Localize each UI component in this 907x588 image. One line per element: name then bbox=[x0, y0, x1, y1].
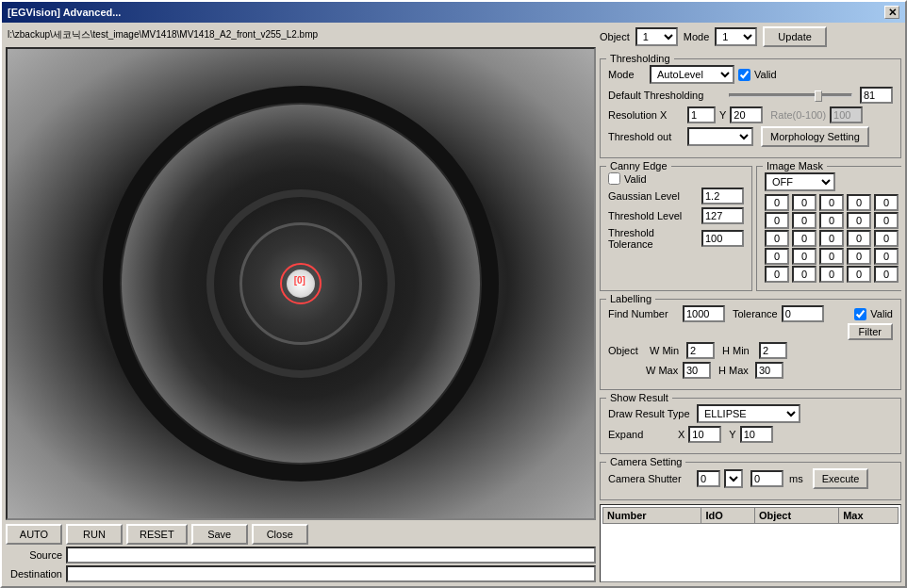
dest-input[interactable] bbox=[66, 565, 596, 582]
threshold-level-input[interactable] bbox=[701, 207, 744, 224]
mask-4-3[interactable] bbox=[847, 266, 871, 283]
morphology-button[interactable]: Morphology Setting bbox=[761, 126, 869, 147]
threshold-slider-track[interactable] bbox=[729, 93, 852, 97]
mask-1-4[interactable] bbox=[874, 212, 899, 229]
labelling-valid-checkbox[interactable] bbox=[854, 308, 866, 320]
mask-2-0[interactable] bbox=[765, 230, 789, 247]
mask-0-4[interactable] bbox=[874, 194, 899, 211]
save-button[interactable]: Save bbox=[191, 524, 248, 545]
tolerance-label: Tolerance bbox=[733, 308, 778, 319]
update-button[interactable]: Update bbox=[763, 26, 826, 47]
source-label: Source bbox=[6, 549, 62, 561]
mask-3-3[interactable] bbox=[847, 248, 871, 265]
draw-result-select[interactable]: ELLIPSE RECT bbox=[697, 404, 800, 423]
resolution-x-input[interactable] bbox=[687, 106, 716, 123]
object-select[interactable]: 1 bbox=[635, 27, 678, 46]
mask-4-0[interactable] bbox=[765, 266, 789, 283]
camera-shutter-label: Camera Shutter bbox=[608, 473, 693, 484]
image-mask-group: Image Mask OFF ON bbox=[756, 166, 901, 291]
col-ido: IdO bbox=[701, 508, 754, 524]
bottom-bar: AUTO RUN RESET Save Close Source Destina… bbox=[6, 524, 596, 582]
threshold-tolerance-input[interactable] bbox=[701, 230, 744, 247]
button-row: AUTO RUN RESET Save Close bbox=[6, 524, 596, 545]
mask-2-4[interactable] bbox=[874, 230, 899, 247]
h-max-input[interactable] bbox=[755, 362, 783, 379]
tolerance-input[interactable] bbox=[782, 305, 824, 322]
w-min-input[interactable] bbox=[686, 342, 715, 359]
expand-x-input[interactable] bbox=[688, 426, 721, 443]
mask-2-3[interactable] bbox=[847, 230, 871, 247]
camera-shutter-row: Camera Shutter ms Execute bbox=[608, 468, 893, 489]
source-row: Source bbox=[6, 547, 596, 564]
col-max: Max bbox=[839, 508, 899, 524]
shutter-value-input[interactable] bbox=[697, 470, 720, 487]
execute-button[interactable]: Execute bbox=[813, 468, 869, 489]
thresholding-mode-select[interactable]: AutoLevel Manual bbox=[650, 65, 734, 84]
mask-mode-select[interactable]: OFF ON bbox=[765, 172, 835, 191]
canny-edge-title: Canny Edge bbox=[606, 160, 671, 172]
threshold-out-row: Threshold out Morphology Setting bbox=[608, 126, 893, 147]
gaussian-label: Gaussian Level bbox=[608, 190, 698, 202]
mask-3-2[interactable] bbox=[819, 248, 844, 265]
w-max-label: W Max bbox=[646, 365, 679, 376]
threshold-value-input[interactable] bbox=[860, 87, 893, 104]
mask-1-0[interactable] bbox=[765, 212, 789, 229]
filter-button[interactable]: Filter bbox=[848, 323, 893, 340]
mask-3-0[interactable] bbox=[765, 248, 789, 265]
shutter-ms-input[interactable] bbox=[750, 470, 783, 487]
object-label: Object bbox=[600, 31, 630, 42]
gaussian-input[interactable] bbox=[701, 188, 744, 204]
h-max-label: H Max bbox=[718, 365, 751, 376]
mask-0-3[interactable] bbox=[847, 194, 871, 211]
camera-setting-title: Camera Setting bbox=[606, 456, 685, 467]
close-button[interactable]: ✕ bbox=[884, 6, 899, 19]
reset-button[interactable]: RESET bbox=[126, 524, 188, 545]
camera-image: [0] bbox=[8, 49, 594, 518]
rate-input[interactable] bbox=[830, 106, 863, 123]
canny-valid-label: Valid bbox=[624, 173, 647, 185]
mask-3-1[interactable] bbox=[792, 248, 816, 265]
shutter-select[interactable] bbox=[724, 469, 743, 488]
thresholding-valid-checkbox[interactable] bbox=[738, 69, 750, 81]
mask-3-4[interactable] bbox=[874, 248, 899, 265]
canny-valid-checkbox[interactable] bbox=[608, 172, 620, 185]
file-path: l:\zbackup\세코닉스\test_image\MV1418\MV1418… bbox=[6, 26, 596, 43]
w-min-label: W Min bbox=[650, 345, 683, 356]
mask-4-4[interactable] bbox=[874, 266, 899, 283]
expand-y-input[interactable] bbox=[740, 426, 773, 443]
mask-0-2[interactable] bbox=[819, 194, 844, 211]
threshold-tolerance-label: Threshold Tolerance bbox=[608, 227, 698, 250]
h-min-input[interactable] bbox=[759, 342, 787, 359]
main-window: [EGVision] Advanced... ✕ l:\zbackup\세코닉스… bbox=[0, 0, 907, 588]
thresholding-mode-label: Mode bbox=[608, 69, 646, 80]
close-button-bottom[interactable]: Close bbox=[252, 524, 308, 545]
draw-result-label: Draw Result Type bbox=[608, 408, 693, 419]
canny-mask-container: Canny Edge Valid Gaussian Level Threshol… bbox=[600, 162, 901, 291]
resolution-y-input[interactable] bbox=[730, 106, 763, 123]
labelling-title: Labelling bbox=[606, 293, 655, 304]
run-button[interactable]: RUN bbox=[66, 524, 123, 545]
threshold-level-row: Threshold Level bbox=[608, 207, 744, 224]
source-input[interactable] bbox=[66, 547, 596, 564]
find-number-input[interactable] bbox=[683, 305, 725, 322]
mask-4-2[interactable] bbox=[819, 266, 844, 283]
auto-button[interactable]: AUTO bbox=[6, 524, 62, 545]
mask-1-1[interactable] bbox=[792, 212, 816, 229]
expand-label: Expand bbox=[608, 429, 655, 440]
top-controls: Object 1 Mode 1 Update bbox=[600, 26, 901, 47]
mask-2-1[interactable] bbox=[792, 230, 816, 247]
mode-select[interactable]: 1 bbox=[715, 27, 757, 46]
mask-0-1[interactable] bbox=[792, 194, 816, 211]
w-max-input[interactable] bbox=[683, 362, 711, 379]
find-number-label: Find Number bbox=[608, 308, 679, 319]
mask-0-0[interactable] bbox=[765, 194, 789, 211]
resolution-label: Resolution X bbox=[608, 109, 684, 121]
threshold-out-select[interactable] bbox=[687, 127, 753, 146]
mask-2-2[interactable] bbox=[819, 230, 844, 247]
canny-valid-row: Valid bbox=[608, 172, 744, 185]
mask-4-1[interactable] bbox=[792, 266, 816, 283]
mask-1-2[interactable] bbox=[819, 212, 844, 229]
col-object: Object bbox=[754, 508, 838, 524]
threshold-slider-thumb[interactable] bbox=[815, 90, 822, 102]
mask-1-3[interactable] bbox=[847, 212, 871, 229]
